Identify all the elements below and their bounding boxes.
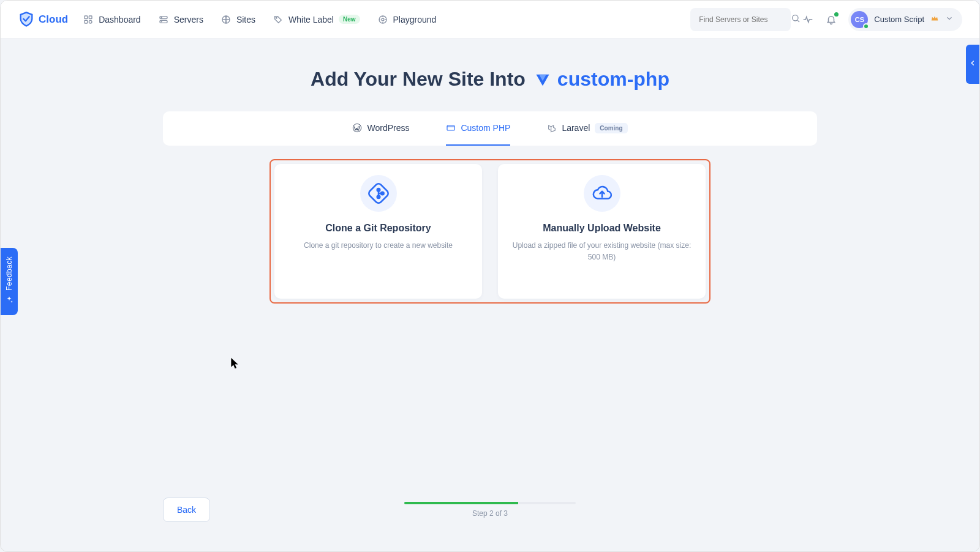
search-icon [791, 13, 801, 26]
svg-point-6 [161, 17, 162, 18]
avatar-initials: CS [855, 16, 864, 23]
nav-label: Dashboard [99, 15, 141, 24]
search-input[interactable] [699, 15, 791, 24]
tag-icon [273, 14, 284, 25]
svg-rect-14 [447, 125, 454, 130]
nav-label: White Label [288, 15, 334, 24]
crown-icon [930, 14, 939, 25]
title-prefix: Add Your New Site Into [311, 68, 526, 91]
svg-rect-1 [89, 16, 92, 19]
progress-fill [404, 502, 518, 504]
svg-rect-2 [85, 20, 88, 23]
option-desc: Upload a zipped file of your existing we… [509, 240, 695, 263]
svg-point-9 [276, 17, 277, 18]
site-type-tabs: WordPress Custom PHP Laravel Coming [163, 111, 817, 146]
avatar: CS [851, 11, 868, 28]
brand-logo-icon [18, 11, 35, 28]
progress-indicator: Step 2 of 3 [404, 502, 576, 518]
progress-bar [404, 502, 576, 504]
nav-label: Playground [393, 15, 437, 24]
option-title: Clone a Git Repository [325, 223, 431, 234]
tab-wordpress[interactable]: WordPress [352, 111, 409, 146]
notification-dot [834, 12, 839, 17]
cursor-icon [229, 357, 241, 373]
wizard-footer: Back Step 2 of 3 [1, 498, 979, 522]
sparkle-icon [5, 296, 13, 307]
option-clone-git[interactable]: Clone a Git Repository Clone a git repos… [274, 164, 482, 299]
svg-point-18 [381, 192, 384, 195]
profile-name: Custom Script [874, 15, 924, 24]
grid-icon [83, 14, 94, 25]
profile-menu[interactable]: CS Custom Script [848, 8, 962, 31]
tab-laravel[interactable]: Laravel Coming [547, 111, 627, 146]
git-repo-icon [360, 175, 397, 212]
nav-dashboard[interactable]: Dashboard [83, 14, 141, 25]
svg-rect-0 [85, 16, 88, 19]
feedback-tab[interactable]: Feedback [1, 248, 18, 315]
option-manual-upload[interactable]: Manually Upload Website Upload a zipped … [498, 164, 706, 299]
vultr-icon [534, 71, 551, 88]
tab-label: Laravel [562, 123, 590, 133]
nav-sites[interactable]: Sites [221, 14, 255, 25]
bell-icon[interactable] [825, 13, 837, 26]
nav-white-label[interactable]: White Label New [273, 14, 360, 25]
back-button[interactable]: Back [163, 498, 210, 522]
search-box[interactable] [690, 8, 791, 31]
header-right: CS Custom Script [690, 8, 962, 31]
new-badge: New [339, 15, 360, 24]
status-dot [863, 23, 869, 29]
globe-icon [221, 14, 232, 25]
deployment-options: Clone a Git Repository Clone a git repos… [270, 159, 710, 304]
activity-icon[interactable] [802, 13, 814, 26]
right-panel-toggle[interactable] [966, 45, 979, 84]
main-nav: Dashboard Servers Sites White Label New [83, 14, 690, 25]
main-content: Add Your New Site Into custom-php WordPr… [1, 39, 979, 333]
brand-name: Cloud [39, 13, 68, 26]
option-title: Manually Upload Website [543, 223, 661, 234]
chevron-left-icon [968, 59, 977, 70]
coming-badge: Coming [595, 123, 627, 133]
svg-point-12 [793, 15, 798, 20]
header: Cloud Dashboard Servers Sites White Labe… [1, 1, 979, 39]
php-icon [446, 123, 456, 133]
chevron-down-icon [945, 14, 954, 25]
tab-label: WordPress [367, 123, 409, 133]
nav-label: Servers [174, 15, 203, 24]
server-name: custom-php [557, 68, 669, 91]
option-desc: Clone a git repository to create a new w… [304, 240, 453, 252]
svg-point-7 [161, 21, 162, 21]
nav-servers[interactable]: Servers [158, 14, 203, 25]
feedback-label: Feedback [5, 256, 13, 291]
playground-icon [377, 14, 388, 25]
svg-point-3 [89, 20, 92, 23]
nav-label: Sites [236, 15, 255, 24]
tab-label: Custom PHP [461, 123, 510, 133]
tab-custom-php[interactable]: Custom PHP [446, 111, 510, 146]
svg-point-17 [377, 195, 380, 198]
page-title: Add Your New Site Into custom-php [311, 68, 669, 91]
step-text: Step 2 of 3 [472, 509, 508, 518]
svg-point-16 [377, 188, 380, 192]
wordpress-icon [352, 123, 362, 133]
laravel-icon [547, 123, 557, 133]
server-reference: custom-php [534, 68, 669, 91]
cloud-upload-icon [584, 175, 620, 212]
svg-point-11 [382, 18, 384, 21]
nav-playground[interactable]: Playground [377, 14, 437, 25]
server-icon [158, 14, 169, 25]
brand-logo[interactable]: Cloud [18, 11, 68, 28]
